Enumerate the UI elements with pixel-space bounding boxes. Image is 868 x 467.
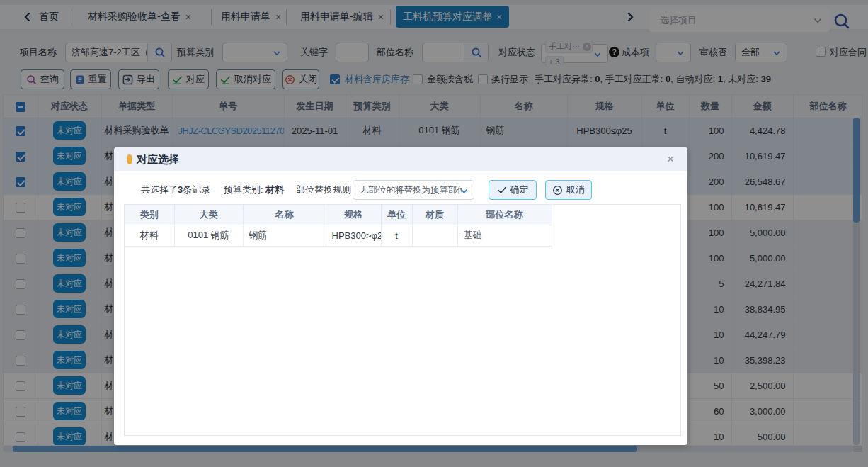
col-header: 类别 bbox=[125, 205, 174, 225]
close-circle-icon bbox=[552, 185, 563, 196]
col-header: 单位 bbox=[381, 205, 412, 225]
dialog-table-head: 类别 大类 名称 规格 单位 材质 部位名称 bbox=[125, 205, 552, 225]
dialog-table-cell: 材料 bbox=[125, 225, 174, 246]
dialog-data-table: 类别 大类 名称 规格 单位 材质 部位名称 材料0101 钢筋钢筋HPB300… bbox=[125, 205, 552, 247]
selected-count-text: 共选择了3条记录 bbox=[141, 180, 210, 200]
col-header: 材质 bbox=[412, 205, 457, 225]
dialog-table-cell: t bbox=[381, 225, 412, 246]
dialog-table-cell bbox=[412, 225, 457, 246]
dialog-table-cell: 0101 钢筋 bbox=[174, 225, 243, 246]
dialog-table-row[interactable]: 材料0101 钢筋钢筋HPB300>φ25t基础 bbox=[125, 225, 552, 246]
dialog-accent-bar bbox=[127, 154, 132, 164]
dialog-table-cell: HPB300>φ25 bbox=[326, 225, 381, 246]
col-header: 名称 bbox=[243, 205, 326, 225]
dialog-close-icon[interactable]: × bbox=[665, 154, 676, 165]
dialog-table-header-row: 类别 大类 名称 规格 单位 材质 部位名称 bbox=[125, 205, 552, 225]
part-replace-rule-select[interactable]: 无部位的将替换为预算部位 bbox=[353, 180, 474, 200]
dialog-table: 类别 大类 名称 规格 单位 材质 部位名称 材料0101 钢筋钢筋HPB300… bbox=[124, 204, 681, 436]
cancel-button[interactable]: 取消 bbox=[545, 180, 592, 200]
col-header: 部位名称 bbox=[457, 205, 552, 225]
dialog-table-cell: 基础 bbox=[457, 225, 552, 246]
dialog-table-cell: 钢筋 bbox=[243, 225, 326, 246]
dialog-header[interactable]: 对应选择 × bbox=[114, 147, 687, 171]
match-select-dialog: 对应选择 × 共选择了3条记录 预算类别: 材料 部位替换规则 无部位的将替换为… bbox=[114, 147, 687, 445]
dialog-title: 对应选择 bbox=[137, 147, 179, 171]
part-replace-rule-label: 部位替换规则 bbox=[296, 180, 351, 200]
confirm-button[interactable]: 确定 bbox=[489, 180, 537, 200]
chevron-down-icon bbox=[459, 186, 469, 196]
dialog-table-body: 材料0101 钢筋钢筋HPB300>φ25t基础 bbox=[125, 225, 552, 246]
check-icon bbox=[497, 185, 507, 195]
budget-category-text: 预算类别: 材料 bbox=[224, 180, 284, 200]
part-replace-rule-value: 无部位的将替换为预算部位 bbox=[360, 181, 462, 199]
col-header: 规格 bbox=[326, 205, 381, 225]
col-header: 大类 bbox=[174, 205, 243, 225]
